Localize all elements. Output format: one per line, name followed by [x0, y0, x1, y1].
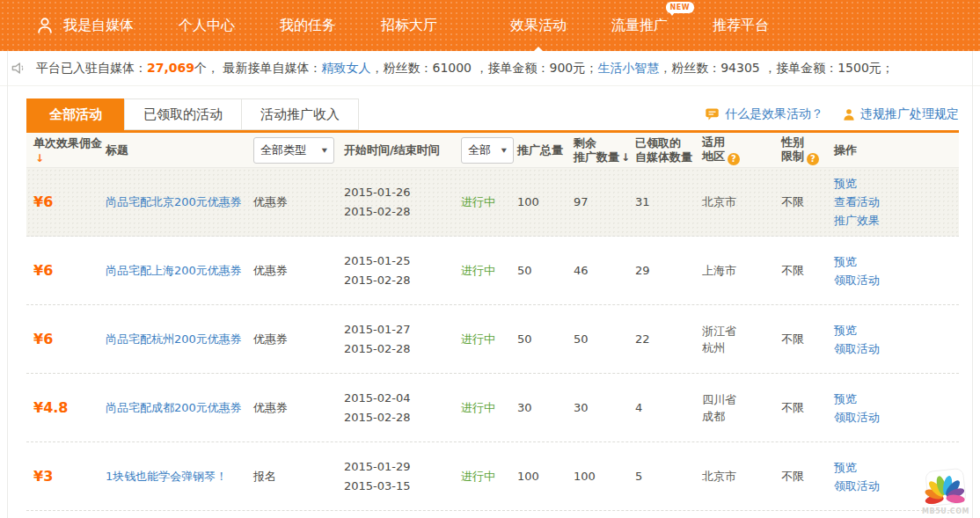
time-cell: 2015-01-27 2015-02-28 — [344, 320, 461, 359]
commission-value: ¥6 — [33, 193, 53, 210]
table-row: ¥4.8 尚品宅配成都200元优惠券 优惠券 2015-02-04 2015-0… — [26, 374, 959, 442]
nav-item-label: 流量推广 — [611, 17, 668, 35]
col-operations-label: 操作 — [834, 143, 857, 157]
total-count: 50 — [517, 332, 574, 346]
commission-cell: ¥6 — [26, 262, 106, 279]
help-question-icon[interactable]: ? — [728, 153, 740, 165]
claimed-count: 22 — [635, 332, 702, 346]
status-text: 进行中 — [461, 401, 495, 414]
remaining-count: 100 — [574, 470, 635, 483]
table-row: ¥3 1块钱也能学会弹钢琴！ 报名 2015-01-29 2015-03-15 … — [26, 442, 959, 511]
caret-down-icon: ▼ — [322, 147, 327, 154]
status-cell: 进行中 — [461, 263, 517, 279]
activity-title-link[interactable]: 尚品宅配上海200元优惠券 — [106, 264, 242, 277]
activity-table: 单次效果佣金↓ 标题 全部类型 ▼ 开始时间/结束时间 全部 — [26, 133, 959, 511]
operation-link[interactable]: 预览 — [834, 390, 959, 408]
claimed-count: 5 — [635, 470, 702, 483]
violation-rules-link[interactable]: 违规推广处理规定 — [860, 106, 959, 122]
operations-cell: 预览查看活动推广效果 — [834, 174, 959, 230]
nav-item-3[interactable]: 招标大厅 — [381, 17, 437, 35]
status-text: 进行中 — [461, 195, 495, 208]
nav-item-label: 效果活动 — [510, 17, 567, 35]
nav-item-label: 招标大厅 — [381, 17, 437, 35]
status-text: 进行中 — [461, 264, 495, 277]
nav-item-label: 我是自媒体 — [63, 17, 134, 35]
what-is-help-item: 什么是效果活动？ — [705, 106, 823, 122]
content-area: 全部活动已领取的活动活动推广收入 什么是效果活动？ — [26, 98, 959, 511]
notice-media-link[interactable]: 精致女人 — [321, 61, 370, 75]
activity-type: 优惠券 — [253, 195, 288, 208]
claimed-count: 31 — [635, 195, 702, 208]
type-cell: 优惠券 — [253, 400, 344, 416]
operations-cell: 预览领取活动 — [834, 252, 959, 289]
tab-2[interactable]: 活动推广收入 — [241, 98, 359, 130]
status-filter-select[interactable]: 全部 ▼ — [461, 137, 514, 164]
total-count: 100 — [517, 470, 574, 483]
nav-item-5[interactable]: 流量推广NEW — [611, 17, 668, 35]
type-cell: 优惠券 — [253, 263, 344, 279]
nav-item-2[interactable]: 我的任务 — [280, 17, 336, 35]
help-links: 什么是效果活动？ 违规推广处理规定 — [685, 98, 959, 130]
nav-item-4[interactable]: 效果活动 — [510, 17, 567, 35]
end-date: 2015-03-15 — [344, 477, 461, 496]
nav-item-6[interactable]: 推荐平台 — [713, 17, 769, 35]
total-count: 50 — [517, 264, 574, 277]
new-badge: NEW — [666, 2, 694, 13]
table-row: ¥6 尚品宅配北京200元优惠券 优惠券 2015-01-26 2015-02-… — [26, 168, 959, 237]
region-line: 杭州 — [702, 339, 781, 356]
activity-title-link[interactable]: 尚品宅配杭州200元优惠券 — [106, 332, 242, 346]
commission-cell: ¥3 — [26, 468, 106, 485]
col-region-line2: 地区 — [702, 150, 725, 163]
operation-link[interactable]: 推广效果 — [834, 211, 959, 230]
type-filter-value: 全部类型 — [260, 142, 306, 158]
notice-segment: 平台已入驻自媒体： — [36, 61, 147, 75]
remaining-count: 30 — [574, 401, 635, 414]
commission-value: ¥6 — [33, 262, 53, 279]
activity-title-link[interactable]: 尚品宅配北京200元优惠券 — [106, 195, 242, 208]
col-header-commission[interactable]: 单次效果佣金↓ — [26, 135, 106, 164]
tab-0[interactable]: 全部活动 — [26, 98, 125, 130]
operation-link[interactable]: 领取活动 — [834, 408, 959, 427]
operation-link[interactable]: 预览 — [834, 321, 959, 339]
notice-count-value: 27,069 — [147, 61, 194, 75]
nav-item-1[interactable]: 个人中心 — [179, 17, 235, 35]
notice-media-link[interactable]: 生活小智慧 — [597, 61, 659, 75]
type-filter-select[interactable]: 全部类型 ▼ — [253, 137, 334, 164]
sort-desc-icon: ↓ — [621, 151, 630, 164]
end-date: 2015-02-28 — [344, 202, 461, 222]
col-commission-label: 单次效果佣金 — [33, 136, 102, 150]
col-header-claimed: 已领取的 自媒体数量 — [635, 136, 702, 164]
tab-1[interactable]: 已领取的活动 — [124, 98, 242, 130]
what-is-effect-activity-link[interactable]: 什么是效果活动？ — [725, 106, 823, 122]
status-cell: 进行中 — [461, 400, 517, 416]
gender-limit: 不限 — [781, 194, 834, 210]
activity-title-link[interactable]: 尚品宅配成都200元优惠券 — [106, 401, 242, 414]
operation-link[interactable]: 领取活动 — [834, 339, 959, 358]
end-date: 2015-02-28 — [344, 271, 461, 290]
notice-bar: 平台已入驻自媒体：27,069个， 最新接单自媒体：精致女人，粉丝数：61000… — [0, 51, 980, 86]
operation-link[interactable]: 预览 — [834, 252, 959, 271]
region-line: 北京市 — [702, 468, 781, 485]
title-cell: 1块钱也能学会弹钢琴！ — [106, 469, 253, 485]
page: 我是自媒体个人中心我的任务招标大厅效果活动流量推广NEW推荐平台 平台已入驻自媒… — [0, 0, 980, 518]
col-header-remaining[interactable]: 剩余 推广数量↓ — [574, 136, 635, 164]
commission-cell: ¥6 — [26, 193, 106, 210]
notice-segment: ，粉丝数：61000 ，接单金额：900元； — [370, 61, 597, 75]
help-question-icon[interactable]: ? — [807, 153, 819, 165]
nav-item-0[interactable]: 我是自媒体 — [35, 16, 134, 35]
operation-link[interactable]: 预览 — [834, 174, 959, 193]
activity-title-link[interactable]: 1块钱也能学会弹钢琴！ — [106, 470, 227, 483]
status-cell: 进行中 — [461, 469, 517, 485]
gender-limit: 不限 — [781, 469, 834, 485]
watermark-logo: MB5U.COM — [917, 463, 975, 515]
operation-link[interactable]: 查看活动 — [834, 193, 959, 211]
activity-type: 优惠券 — [253, 332, 288, 346]
region-line: 成都 — [702, 408, 781, 425]
region-line: 上海市 — [702, 262, 781, 279]
total-count: 30 — [517, 401, 574, 414]
operations-cell: 预览领取活动 — [834, 321, 959, 358]
commission-value: ¥3 — [33, 468, 53, 485]
activity-type: 报名 — [253, 470, 276, 483]
operation-link[interactable]: 领取活动 — [834, 271, 959, 289]
table-row: ¥6 尚品宅配杭州200元优惠券 优惠券 2015-01-27 2015-02-… — [26, 305, 959, 374]
